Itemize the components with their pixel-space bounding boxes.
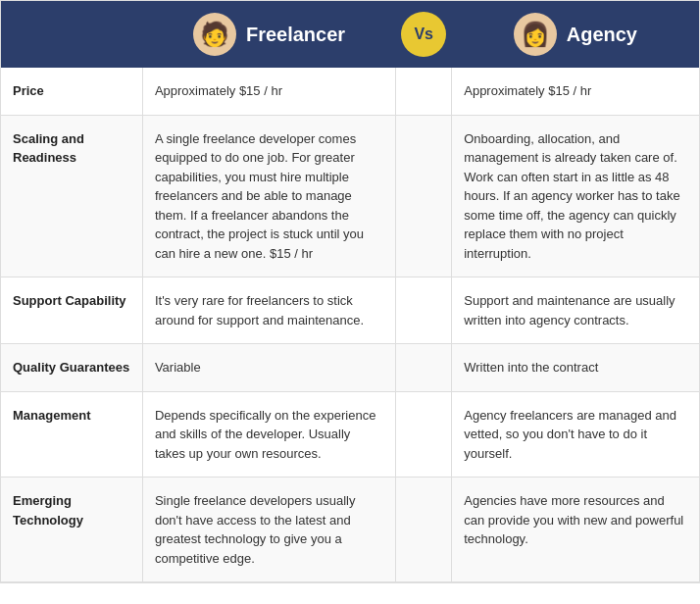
row-freelancer-value: Approximately $15 / hr bbox=[142, 68, 395, 115]
row-agency-value: Onboarding, allocation, and management i… bbox=[452, 115, 699, 277]
row-vs-spacer bbox=[396, 277, 452, 344]
row-freelancer-value: Variable bbox=[142, 344, 395, 392]
row-category: Support Capability bbox=[1, 277, 142, 344]
agency-avatar: 👩 bbox=[514, 13, 557, 56]
row-category: Quality Guarantees bbox=[1, 344, 142, 392]
table-row: Scaling and ReadinessA single freelance … bbox=[1, 115, 699, 277]
table-row: Support CapabilityIt's very rare for fre… bbox=[1, 277, 699, 344]
table-row: Emerging TechnologySingle freelance deve… bbox=[1, 478, 699, 582]
row-vs-spacer bbox=[396, 344, 452, 392]
row-vs-spacer bbox=[396, 68, 452, 115]
row-vs-spacer bbox=[396, 115, 452, 277]
header-vs: Vs bbox=[396, 1, 452, 68]
row-agency-value: Support and maintenance are usually writ… bbox=[452, 277, 699, 344]
row-agency-value: Approximately $15 / hr bbox=[452, 68, 699, 115]
row-freelancer-value: A single freelance developer comes equip… bbox=[142, 115, 395, 277]
row-agency-value: Agency freelancers are managed and vette… bbox=[452, 391, 699, 478]
row-category: Emerging Technology bbox=[1, 478, 142, 582]
row-vs-spacer bbox=[396, 391, 452, 478]
table-row: Quality GuaranteesVariableWritten into t… bbox=[1, 344, 699, 392]
agency-label: Agency bbox=[567, 24, 637, 46]
freelancer-avatar: 🧑 bbox=[193, 13, 236, 56]
header-agency: 👩 Agency bbox=[452, 1, 699, 68]
vs-badge: Vs bbox=[401, 12, 446, 57]
row-freelancer-value: Depends specifically on the experience a… bbox=[142, 391, 395, 478]
table-row: ManagementDepends specifically on the ex… bbox=[1, 391, 699, 478]
row-agency-value: Agencies have more resources and can pro… bbox=[452, 478, 699, 582]
row-freelancer-value: It's very rare for freelancers to stick … bbox=[142, 277, 395, 344]
freelancer-label: Freelancer bbox=[246, 24, 345, 46]
row-category: Scaling and Readiness bbox=[1, 115, 142, 277]
header-empty bbox=[1, 1, 142, 68]
row-freelancer-value: Single freelance developers usually don'… bbox=[142, 478, 395, 582]
row-category: Management bbox=[1, 391, 142, 478]
row-agency-value: Written into the contract bbox=[452, 344, 699, 392]
row-vs-spacer bbox=[396, 478, 452, 582]
comparison-table: 🧑 Freelancer Vs 👩 Agency Pric bbox=[0, 0, 700, 583]
row-category: Price bbox=[1, 68, 142, 115]
header-freelancer: 🧑 Freelancer bbox=[142, 1, 395, 68]
table-row: PriceApproximately $15 / hrApproximately… bbox=[1, 68, 699, 115]
